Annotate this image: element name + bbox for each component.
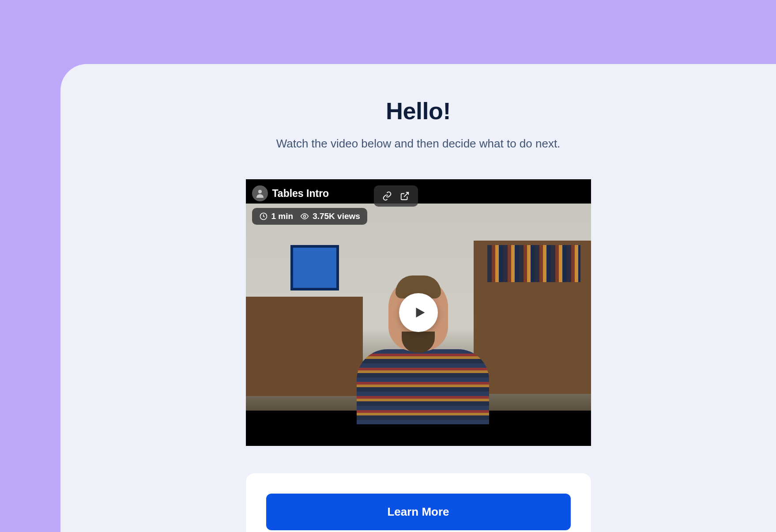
video-views: 3.75K views	[300, 211, 360, 221]
learn-more-button[interactable]: Learn More	[266, 494, 571, 530]
person-icon	[255, 188, 265, 199]
svg-point-0	[258, 190, 262, 193]
eye-icon	[300, 212, 309, 221]
copy-link-button[interactable]	[378, 189, 396, 203]
external-link-icon	[400, 191, 410, 201]
video-meta-bar: 1 min 3.75K views	[252, 208, 367, 225]
video-title-row: Tables Intro	[252, 185, 329, 201]
video-views-value: 3.75K views	[313, 211, 360, 221]
video-duration: 1 min	[259, 211, 294, 221]
thumbnail-decoration	[246, 297, 363, 396]
thumbnail-decoration	[290, 245, 339, 291]
page-card: Hello! Watch the video below and then de…	[60, 64, 776, 532]
play-icon	[412, 305, 427, 320]
svg-point-2	[304, 215, 306, 218]
open-external-button[interactable]	[396, 189, 414, 203]
page-subtitle: Watch the video below and then decide wh…	[245, 137, 591, 151]
video-title: Tables Intro	[272, 188, 329, 200]
cta-card: Learn More	[246, 473, 591, 532]
clock-icon	[259, 212, 268, 221]
thumbnail-decoration	[487, 245, 580, 282]
video-actions-bar	[374, 185, 418, 207]
video-duration-value: 1 min	[271, 211, 294, 221]
play-button[interactable]	[399, 293, 438, 332]
page-title: Hello!	[245, 97, 591, 125]
content-wrapper: Hello! Watch the video below and then de…	[245, 97, 591, 532]
video-player[interactable]: Tables Intro	[246, 179, 591, 446]
link-icon	[382, 191, 392, 201]
video-author-avatar[interactable]	[252, 185, 268, 201]
